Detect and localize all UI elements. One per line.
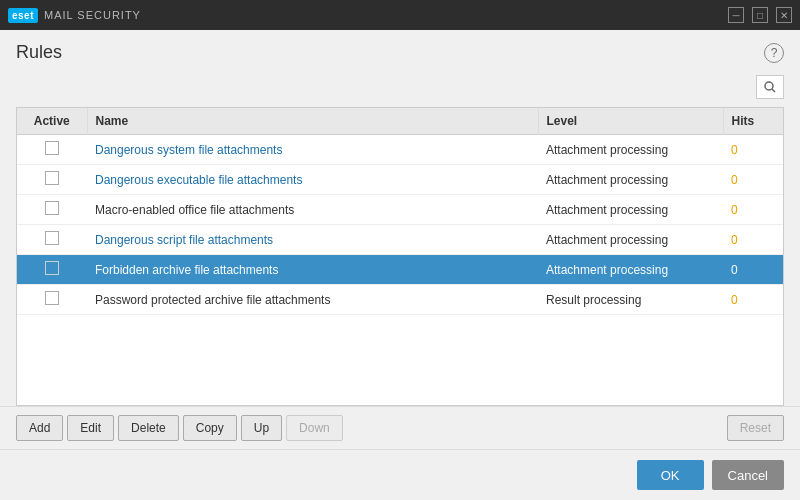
active-checkbox[interactable] bbox=[45, 291, 59, 305]
svg-line-1 bbox=[772, 89, 775, 92]
maximize-button[interactable]: □ bbox=[752, 7, 768, 23]
edit-button[interactable]: Edit bbox=[67, 415, 114, 441]
cell-level: Result processing bbox=[538, 285, 723, 315]
cell-active bbox=[17, 135, 87, 165]
rules-table: Active Name Level Hits Dangerous system … bbox=[16, 107, 784, 406]
cell-active bbox=[17, 285, 87, 315]
reset-button[interactable]: Reset bbox=[727, 415, 784, 441]
hits-value: 0 bbox=[731, 143, 738, 157]
table-row[interactable]: Forbidden archive file attachmentsAttach… bbox=[17, 255, 783, 285]
cell-name: Dangerous script file attachments bbox=[87, 225, 538, 255]
cell-level: Attachment processing bbox=[538, 135, 723, 165]
cell-level: Attachment processing bbox=[538, 255, 723, 285]
window-controls: ─ □ ✕ bbox=[728, 7, 792, 23]
search-icon bbox=[764, 81, 776, 93]
cell-active bbox=[17, 225, 87, 255]
rule-name-text: Forbidden archive file attachments bbox=[95, 263, 278, 277]
svg-point-0 bbox=[765, 82, 773, 90]
table-header-row: Active Name Level Hits bbox=[17, 108, 783, 135]
down-button[interactable]: Down bbox=[286, 415, 343, 441]
col-header-name: Name bbox=[87, 108, 538, 135]
hits-value: 0 bbox=[731, 233, 738, 247]
cell-hits: 0 bbox=[723, 285, 783, 315]
cell-name: Dangerous executable file attachments bbox=[87, 165, 538, 195]
title-bar: eset MAIL SECURITY ─ □ ✕ bbox=[0, 0, 800, 30]
cell-name: Macro-enabled office file attachments bbox=[87, 195, 538, 225]
active-checkbox[interactable] bbox=[45, 141, 59, 155]
cell-name: Password protected archive file attachme… bbox=[87, 285, 538, 315]
ok-button[interactable]: OK bbox=[637, 460, 704, 490]
active-checkbox[interactable] bbox=[45, 201, 59, 215]
hits-value: 0 bbox=[731, 203, 738, 217]
minimize-button[interactable]: ─ bbox=[728, 7, 744, 23]
rule-name-text: Dangerous executable file attachments bbox=[95, 173, 302, 187]
cell-name: Forbidden archive file attachments bbox=[87, 255, 538, 285]
active-checkbox[interactable] bbox=[45, 231, 59, 245]
action-bar: Add Edit Delete Copy Up Down Reset bbox=[0, 406, 800, 449]
cell-hits: 0 bbox=[723, 255, 783, 285]
table-row[interactable]: Dangerous executable file attachmentsAtt… bbox=[17, 165, 783, 195]
rule-name-text: Macro-enabled office file attachments bbox=[95, 203, 294, 217]
cell-hits: 0 bbox=[723, 195, 783, 225]
col-header-hits: Hits bbox=[723, 108, 783, 135]
copy-button[interactable]: Copy bbox=[183, 415, 237, 441]
delete-button[interactable]: Delete bbox=[118, 415, 179, 441]
hits-value: 0 bbox=[731, 293, 738, 307]
table-row[interactable]: Dangerous system file attachmentsAttachm… bbox=[17, 135, 783, 165]
search-bar bbox=[0, 71, 800, 107]
cell-active bbox=[17, 165, 87, 195]
eset-logo-icon: eset bbox=[8, 8, 38, 23]
table-row[interactable]: Dangerous script file attachmentsAttachm… bbox=[17, 225, 783, 255]
help-button[interactable]: ? bbox=[764, 43, 784, 63]
active-checkbox[interactable] bbox=[45, 261, 59, 275]
col-header-active: Active bbox=[17, 108, 87, 135]
dialog-footer: OK Cancel bbox=[0, 449, 800, 500]
add-button[interactable]: Add bbox=[16, 415, 63, 441]
page-header: Rules ? bbox=[0, 30, 800, 71]
main-content: Rules ? Active Name Level Hits Dangerous… bbox=[0, 30, 800, 500]
cell-hits: 0 bbox=[723, 225, 783, 255]
cell-hits: 0 bbox=[723, 165, 783, 195]
close-button[interactable]: ✕ bbox=[776, 7, 792, 23]
page-title: Rules bbox=[16, 42, 62, 63]
col-header-level: Level bbox=[538, 108, 723, 135]
search-button[interactable] bbox=[756, 75, 784, 99]
app-title: MAIL SECURITY bbox=[44, 9, 141, 21]
rule-name-text: Password protected archive file attachme… bbox=[95, 293, 330, 307]
active-checkbox[interactable] bbox=[45, 171, 59, 185]
cell-level: Attachment processing bbox=[538, 195, 723, 225]
cell-active bbox=[17, 255, 87, 285]
cancel-button[interactable]: Cancel bbox=[712, 460, 784, 490]
hits-value: 0 bbox=[731, 263, 738, 277]
table-row[interactable]: Macro-enabled office file attachmentsAtt… bbox=[17, 195, 783, 225]
cell-level: Attachment processing bbox=[538, 225, 723, 255]
cell-active bbox=[17, 195, 87, 225]
title-bar-logo: eset MAIL SECURITY bbox=[8, 8, 728, 23]
hits-value: 0 bbox=[731, 173, 738, 187]
table-row[interactable]: Password protected archive file attachme… bbox=[17, 285, 783, 315]
rule-name-text: Dangerous system file attachments bbox=[95, 143, 282, 157]
cell-name: Dangerous system file attachments bbox=[87, 135, 538, 165]
cell-hits: 0 bbox=[723, 135, 783, 165]
up-button[interactable]: Up bbox=[241, 415, 282, 441]
cell-level: Attachment processing bbox=[538, 165, 723, 195]
rule-name-text: Dangerous script file attachments bbox=[95, 233, 273, 247]
